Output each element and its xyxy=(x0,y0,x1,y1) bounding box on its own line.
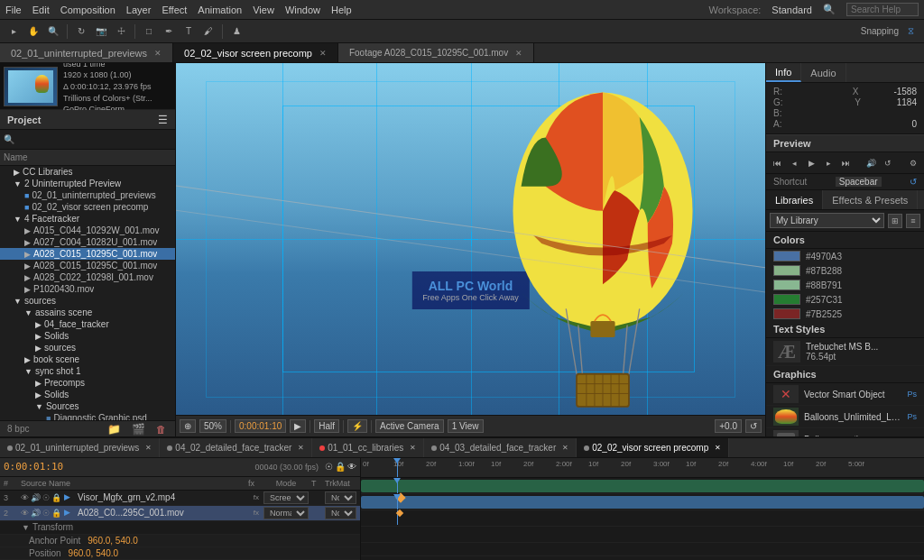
tl-layer-fx-btn-2[interactable]: fx xyxy=(254,509,259,517)
proj-item-p1020430[interactable]: ▶ P1020430.mov xyxy=(0,283,175,295)
tab-effects[interactable]: Effects & Presets xyxy=(823,190,918,209)
lock-icon[interactable]: 🔒 xyxy=(335,462,346,472)
tl-clip-3[interactable] xyxy=(361,480,924,492)
zoom-tool[interactable]: 🔍 xyxy=(45,23,61,40)
tl-trimmod-select-3[interactable]: None xyxy=(325,491,356,504)
project-panel-menu[interactable]: ☰ xyxy=(158,114,168,126)
prev-forward-frame[interactable]: ▸ xyxy=(821,156,836,170)
solo-icon[interactable]: ☉ xyxy=(325,462,333,472)
viewer-views[interactable]: 1 View xyxy=(448,419,484,433)
new-comp-btn[interactable]: 🎬 xyxy=(132,423,145,436)
prev-audio[interactable]: 🔊 xyxy=(864,156,878,170)
tl-close-1[interactable]: ✕ xyxy=(145,444,152,452)
selection-tool[interactable]: ▸ xyxy=(5,23,22,40)
proj-item-face-tracker[interactable]: ▶ 04_face_tracker xyxy=(0,318,175,330)
menu-animation[interactable]: Animation xyxy=(198,5,242,15)
tab-footage[interactable]: Footage A028_C015_10295C_001.mov ✕ xyxy=(338,43,534,62)
tab-info[interactable]: Info xyxy=(766,63,801,82)
proj-item-facetracker[interactable]: ▼ 4 Facetracker xyxy=(0,213,175,225)
menu-view[interactable]: View xyxy=(253,5,274,15)
tab-audio[interactable]: Audio xyxy=(801,63,845,82)
tab-comp2[interactable]: 02_02_visor screen precomp ✕ xyxy=(173,43,338,62)
puppet-tool[interactable]: ♟ xyxy=(228,23,245,40)
prev-first-frame[interactable]: ⏮ xyxy=(770,156,784,170)
library-list-view[interactable]: ≡ xyxy=(906,214,920,228)
tl-playhead[interactable] xyxy=(397,458,398,477)
tl-solo-icon[interactable]: ☉ xyxy=(42,493,50,502)
proj-item-uninterrupted[interactable]: ▼ 2 Uninterrupted Preview xyxy=(0,178,175,189)
snapping-toggle[interactable]: ⧖ xyxy=(902,23,919,40)
tl-layer-row-2[interactable]: 2 👁 🔊 ☉ 🔒 ▶ A028_C0...295C_001.mov fx No… xyxy=(0,506,360,521)
color-item-3[interactable]: #88B791 xyxy=(766,278,924,292)
timeline-track-area[interactable]: 0f 10f 20f 1:00f 10f 20f 2:00f 10f 20f 3… xyxy=(361,458,924,560)
prev-settings[interactable]: ⚙ xyxy=(906,156,920,170)
tl-close-2[interactable]: ✕ xyxy=(298,444,304,452)
tl-mode-select-3[interactable]: Screen xyxy=(263,491,309,504)
tl-close-5[interactable]: ✕ xyxy=(715,444,721,452)
library-content[interactable]: Colors #4970A3 #87B288 #88B791 #257C31 xyxy=(766,232,924,436)
menu-edit[interactable]: Edit xyxy=(32,5,50,15)
proj-item-sources[interactable]: ▼ sources xyxy=(0,295,175,307)
tl-mode-select-2[interactable]: Normal xyxy=(263,507,309,519)
proj-item-comp2[interactable]: ■ 02_02_visor screen precomp xyxy=(0,201,175,213)
proj-item-a015[interactable]: ▶ A015_C044_10292W_001.mov xyxy=(0,225,175,236)
rotate-tool[interactable]: ↻ xyxy=(73,23,89,40)
library-select[interactable]: My Library xyxy=(770,213,884,228)
bpc-indicator[interactable]: 8 bpc xyxy=(7,424,29,434)
proj-item-solids2[interactable]: ▶ Solids xyxy=(0,389,175,400)
shy-icon[interactable]: 👁 xyxy=(347,462,356,472)
viewer-time[interactable]: 0:00:01:10 xyxy=(235,419,286,433)
graphic-vector-smart[interactable]: ✕ Vector Smart Object Ps xyxy=(766,383,924,406)
proj-item-assains[interactable]: ▼ assains scene xyxy=(0,307,175,318)
tl-solo-icon-2[interactable]: ☉ xyxy=(42,509,50,518)
viewer-zoom[interactable]: 50% xyxy=(199,419,226,433)
viewer-fast-preview[interactable]: ⚡ xyxy=(347,419,367,433)
tl-layer-row-3[interactable]: 3 👁 🔊 ☉ 🔒 ▶ Visor_Mgfx_grn_v2.mp4 fx Scr… xyxy=(0,491,360,506)
proj-item-diagnostic[interactable]: ■ Diagnostic Graphic.psd xyxy=(0,412,175,420)
project-file-list[interactable]: ▶ CC Libraries ▼ 2 Uninterrupted Preview… xyxy=(0,166,175,420)
shortcut-val-display[interactable]: Spacebar xyxy=(836,177,882,187)
viewer-camera-view[interactable]: Active Camera xyxy=(375,419,444,433)
color-item-5[interactable]: #7B2525 xyxy=(766,307,924,321)
proj-item-precomps[interactable]: ▶ Precomps xyxy=(0,377,175,389)
graphic-balloons-logo[interactable]: Balloons_Unlimited_Logo Ps xyxy=(766,406,924,428)
rect-tool[interactable]: □ xyxy=(141,23,157,40)
tl-audio-icon-2[interactable]: 🔊 xyxy=(31,509,41,518)
menu-window[interactable]: Window xyxy=(285,5,320,15)
new-folder-btn[interactable]: 📁 xyxy=(107,423,121,436)
hand-tool[interactable]: ✋ xyxy=(25,23,42,40)
tab-comp1[interactable]: 02_01_uninterrupted_previews ✕ xyxy=(0,43,173,62)
tl-clip-2[interactable] xyxy=(361,496,924,509)
tl-layer-fx-btn[interactable]: fx xyxy=(254,493,259,501)
delete-btn[interactable]: 🗑 xyxy=(156,424,166,435)
tl-current-time[interactable]: 0:00:01:10 xyxy=(4,461,63,473)
proj-item-a027[interactable]: ▶ A027_C004_10282U_001.mov xyxy=(0,236,175,248)
tl-vis-icon[interactable]: 👁 xyxy=(21,493,29,502)
menu-composition[interactable]: Composition xyxy=(60,5,116,15)
library-grid-view[interactable]: ⊞ xyxy=(888,214,902,228)
shortcut-reset[interactable]: ↺ xyxy=(910,177,917,187)
tl-trimmod-select-2[interactable]: None xyxy=(325,507,356,519)
viewer-quality[interactable]: Half xyxy=(314,419,339,433)
tl-tab-visor-precomp[interactable]: 02_02_visor screen precomp ✕ xyxy=(577,438,729,457)
proj-item-comp1[interactable]: ■ 02_01_uninterrupted_previews xyxy=(0,189,175,201)
workspace-value[interactable]: Standard xyxy=(772,5,812,15)
proj-item-a028-selected[interactable]: ▶ A028_C015_10295C_001.mov xyxy=(0,248,175,260)
proj-item-a028-c022[interactable]: ▶ A028_C022_10298I_001.mov xyxy=(0,271,175,283)
text-style-trebuchet[interactable]: Æ Trebuchet MS B... 76.54pt xyxy=(766,338,924,366)
viewer-play-btn[interactable]: ▶ xyxy=(290,419,306,433)
tl-vis-icon-2[interactable]: 👁 xyxy=(21,509,29,518)
color-item-1[interactable]: #4970A3 xyxy=(766,249,924,263)
paint-tool[interactable]: 🖌 xyxy=(200,23,217,40)
tl-close-4[interactable]: ✕ xyxy=(562,444,568,452)
tl-lock-icon[interactable]: 🔒 xyxy=(51,493,61,502)
tl-audio-icon[interactable]: 🔊 xyxy=(31,493,41,502)
tab-comp2-close[interactable]: ✕ xyxy=(319,49,327,58)
pan-tool[interactable]: ☩ xyxy=(113,23,129,40)
prev-play[interactable]: ▶ xyxy=(804,156,818,170)
tl-position-row[interactable]: Position 960.0, 540.0 xyxy=(0,547,360,560)
tab-footage-close[interactable]: ✕ xyxy=(515,49,522,58)
proj-item-sources2[interactable]: ▶ sources xyxy=(0,342,175,353)
menu-help[interactable]: Help xyxy=(331,5,352,15)
graphic-balloons-options[interactable]: Balloons_options Ps xyxy=(766,428,924,436)
